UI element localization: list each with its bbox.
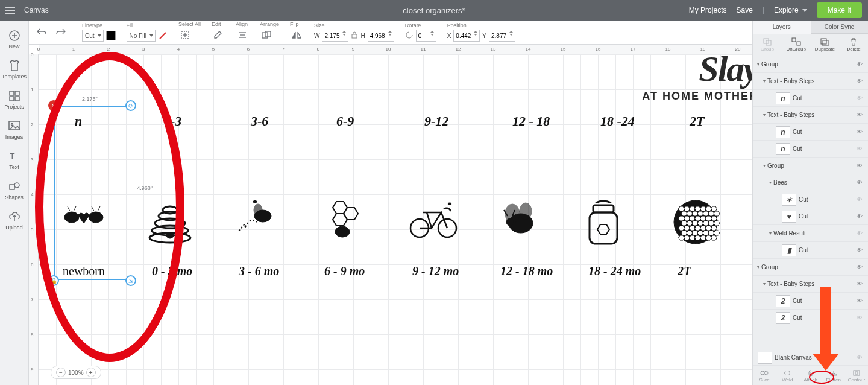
my-projects-link[interactable]: My Projects: [689, 6, 727, 14]
visibility-toggle[interactable]: 👁: [855, 61, 864, 68]
upload-button[interactable]: Upload: [0, 205, 29, 235]
design-text[interactable]: 6-9: [336, 113, 354, 129]
duplicate-button[interactable]: Duplicate: [811, 34, 840, 56]
design-icon-bee[interactable]: [494, 198, 542, 243]
disclosure-icon[interactable]: ▾: [755, 62, 761, 67]
linetype-color-swatch[interactable]: [106, 31, 116, 40]
images-button[interactable]: Images: [0, 115, 29, 145]
align-button[interactable]: [236, 28, 249, 42]
design-text[interactable]: 2T: [690, 113, 704, 129]
group-button[interactable]: Group: [753, 34, 782, 56]
contour-button[interactable]: Contour: [845, 366, 868, 385]
visibility-toggle[interactable]: 👁: [855, 145, 864, 152]
layer-row[interactable]: ✶Cut👁: [753, 191, 868, 208]
layer-row[interactable]: ▾Group👁: [753, 259, 868, 276]
shapes-button[interactable]: Shapes: [0, 175, 29, 205]
layer-row[interactable]: ▾Group👁: [753, 56, 868, 73]
zoom-in-button[interactable]: +: [86, 368, 96, 377]
design-text[interactable]: n: [75, 113, 82, 129]
visibility-toggle[interactable]: 👁: [855, 162, 864, 169]
disclosure-icon[interactable]: ▾: [755, 264, 761, 270]
visibility-toggle[interactable]: 👁: [855, 78, 864, 84]
make-it-button[interactable]: Make It: [817, 2, 862, 18]
rotate-handle[interactable]: ⟳: [125, 100, 136, 111]
layer-row[interactable]: ♥Cut👁: [753, 208, 868, 225]
lock-handle[interactable]: 🔒: [48, 275, 59, 286]
visibility-toggle[interactable]: 👁: [855, 129, 864, 135]
disclosure-icon[interactable]: ▾: [761, 163, 767, 168]
design-canvas[interactable]: ✕ ⟳ 🔒 ⇲ 2.175" 4.968" n0-33-66-99-1212 -…: [39, 54, 752, 385]
design-text[interactable]: 12 - 18: [512, 113, 550, 129]
lock-aspect-icon[interactable]: [351, 31, 358, 40]
design-text[interactable]: 3 - 6 mo: [239, 264, 279, 278]
visibility-toggle[interactable]: 👁: [855, 196, 864, 203]
design-icon-honeycomb-bee[interactable]: [318, 198, 366, 249]
design-text[interactable]: 2T: [678, 264, 691, 278]
design-text[interactable]: 0 - 3 mo: [152, 264, 192, 278]
layer-row[interactable]: ▾Text - Baby Steps👁: [753, 276, 868, 293]
attach-button[interactable]: Attach: [799, 366, 822, 385]
edit-button[interactable]: [212, 28, 225, 42]
design-icon-honey-jar[interactable]: [582, 198, 624, 252]
design-text[interactable]: 3-6: [251, 113, 268, 129]
layer-row[interactable]: nCut👁: [753, 124, 868, 141]
resize-handle[interactable]: ⇲: [125, 275, 136, 286]
disclosure-icon[interactable]: ▾: [767, 231, 773, 236]
linetype-select[interactable]: Cut: [82, 30, 104, 42]
tab-layers[interactable]: Layers: [753, 21, 811, 34]
visibility-toggle[interactable]: 👁: [855, 230, 864, 237]
visibility-toggle[interactable]: 👁: [855, 179, 864, 186]
disclosure-icon[interactable]: ▾: [761, 281, 767, 287]
layer-row[interactable]: ▾Bees👁: [753, 174, 868, 191]
design-icon-bees-heart[interactable]: [57, 198, 111, 237]
disclosure-icon[interactable]: ▾: [761, 112, 767, 118]
visibility-toggle[interactable]: 👁: [855, 354, 864, 361]
layer-row[interactable]: ▾Text - Baby Steps👁: [753, 107, 868, 124]
design-text[interactable]: 9 - 12 mo: [412, 264, 459, 278]
design-icon-beehive[interactable]: [146, 198, 194, 249]
selection-bounds[interactable]: ✕ ⟳ 🔒 ⇲ 2.175" 4.968": [54, 106, 130, 280]
layer-row[interactable]: ▮Cut👁: [753, 242, 868, 259]
visibility-toggle[interactable]: 👁: [855, 281, 864, 287]
layer-row[interactable]: ▾Group👁: [753, 158, 868, 174]
slice-button[interactable]: Slice: [753, 366, 776, 385]
zoom-control[interactable]: − 100% +: [51, 366, 101, 379]
design-text[interactable]: 9-12: [424, 113, 448, 129]
design-text[interactable]: newborn: [63, 264, 105, 278]
visibility-toggle[interactable]: 👁: [855, 247, 864, 253]
design-icon-honeycomb-circle[interactable]: [671, 198, 720, 249]
design-text[interactable]: 12 - 18 mo: [500, 264, 553, 278]
no-fill-icon[interactable]: [158, 31, 168, 40]
layer-row[interactable]: 2Cut👁: [753, 310, 868, 326]
explore-dropdown[interactable]: Explore: [774, 6, 807, 14]
design-text[interactable]: 0-3: [164, 113, 181, 129]
visibility-toggle[interactable]: 👁: [855, 213, 864, 220]
save-link[interactable]: Save: [736, 6, 752, 14]
layer-row[interactable]: nCut👁: [753, 90, 868, 107]
layer-row[interactable]: 2Cut👁: [753, 293, 868, 310]
flatten-button[interactable]: Flatten: [822, 366, 845, 385]
redo-button[interactable]: [54, 25, 68, 38]
layer-row[interactable]: ▾Weld Result👁: [753, 225, 868, 242]
design-icon-bee-trail[interactable]: [233, 198, 281, 243]
design-text[interactable]: 18 - 24 mo: [588, 264, 641, 278]
text-button[interactable]: T Text: [0, 145, 29, 175]
design-icon-bicycle[interactable]: [406, 198, 461, 243]
new-button[interactable]: New: [0, 24, 29, 54]
zoom-out-button[interactable]: −: [56, 368, 66, 377]
delete-button[interactable]: Delete: [839, 34, 868, 56]
visibility-toggle[interactable]: 👁: [855, 264, 864, 270]
visibility-toggle[interactable]: 👁: [855, 314, 864, 321]
design-text[interactable]: 18 -24: [600, 113, 635, 129]
layer-row[interactable]: ▾Text - Baby Steps👁: [753, 73, 868, 90]
ungroup-button[interactable]: UnGroup: [782, 34, 811, 56]
delete-handle[interactable]: ✕: [48, 100, 59, 111]
visibility-toggle[interactable]: 👁: [855, 112, 864, 118]
design-text[interactable]: 6 - 9 mo: [324, 264, 365, 278]
layer-row[interactable]: nCut👁: [753, 141, 868, 158]
disclosure-icon[interactable]: ▾: [761, 78, 767, 84]
visibility-toggle[interactable]: 👁: [855, 298, 864, 304]
templates-button[interactable]: Templates: [0, 54, 29, 84]
flip-button[interactable]: [290, 28, 303, 42]
undo-button[interactable]: [35, 25, 48, 38]
